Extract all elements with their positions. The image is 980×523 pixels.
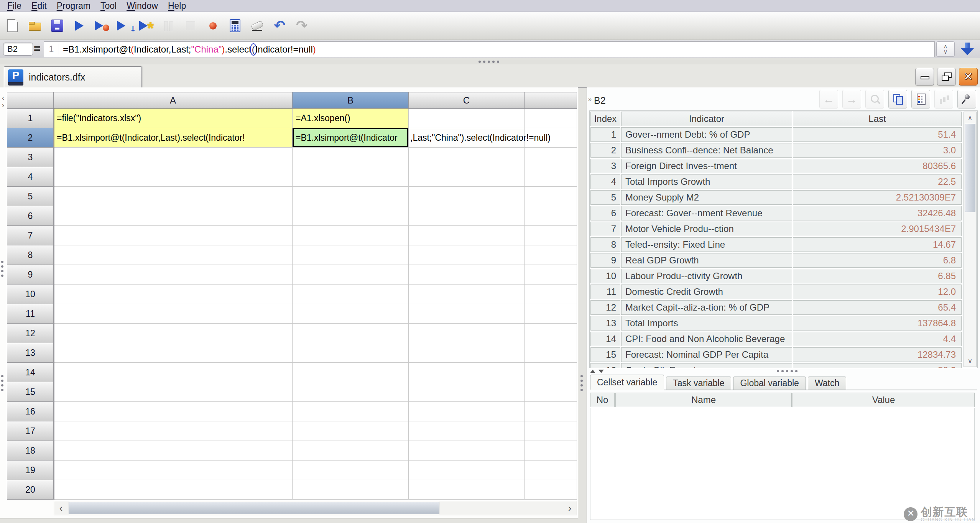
panel-splitter-grip-icon[interactable] (580, 375, 583, 377)
result-row-5[interactable]: 5Money Supply M22.52130309E7 (590, 190, 977, 205)
row-header-8[interactable]: 8 (7, 245, 54, 265)
collapse-up-icon[interactable] (590, 370, 595, 373)
cell-C14[interactable] (409, 363, 525, 382)
cell-B8[interactable] (293, 245, 409, 265)
cell-C3[interactable] (409, 148, 525, 167)
result-row-8[interactable]: 8Teled--ensity: Fixed Line14.67 (590, 237, 977, 252)
cell-D6[interactable] (525, 206, 577, 226)
formula-spinner[interactable] (936, 41, 955, 57)
cell-D10[interactable] (525, 285, 577, 304)
cell-D3[interactable] (525, 148, 577, 167)
cell-D12[interactable] (525, 324, 577, 343)
cell-C2[interactable]: ,Last;"China").select(Indicator!=null) (409, 128, 525, 148)
cell-A11[interactable] (54, 304, 293, 324)
tab-indicators-dfx[interactable]: P indicators.dfx (4, 66, 142, 88)
cell-B3[interactable] (293, 148, 409, 167)
cell-A1[interactable]: =file("Indicators.xlsx") (54, 109, 293, 128)
result-row-1[interactable]: 1Gover--nment Debt: % of GDP51.4 (590, 127, 977, 142)
cell-D20[interactable] (525, 480, 577, 500)
cell-A17[interactable] (54, 421, 293, 441)
cell-D8[interactable] (525, 245, 577, 265)
collapse-down-icon[interactable] (599, 370, 604, 373)
tab-cellset-variable[interactable]: Cellset variable (590, 375, 664, 390)
cell-D9[interactable] (525, 265, 577, 285)
cell-B13[interactable] (293, 343, 409, 363)
cell-B5[interactable] (293, 187, 409, 206)
vertical-scrollbar[interactable] (964, 112, 977, 367)
result-row-15[interactable]: 15Forecast: Nominal GDP Per Capita12834.… (590, 347, 977, 362)
minimize-button[interactable] (915, 68, 934, 86)
cell-A16[interactable] (54, 402, 293, 421)
menu-item-help[interactable]: Help (163, 0, 191, 12)
cell-D18[interactable] (525, 441, 577, 461)
cell-C16[interactable] (409, 402, 525, 421)
cell-B11[interactable] (293, 304, 409, 324)
cell-A10[interactable] (54, 285, 293, 304)
row-header-2[interactable]: 2 (7, 128, 54, 148)
cell-A2[interactable]: =B1.xlsimport@t(Indicator,Last).select(I… (54, 128, 293, 148)
scroll-up-icon[interactable] (964, 112, 976, 123)
menu-item-window[interactable]: Window (122, 0, 163, 12)
cell-C18[interactable] (409, 441, 525, 461)
result-vars-splitter[interactable] (587, 368, 980, 374)
menu-item-file[interactable]: File (2, 0, 26, 12)
save-button[interactable] (48, 15, 66, 36)
cell-A13[interactable] (54, 343, 293, 363)
cell-A19[interactable] (54, 461, 293, 480)
restore-button[interactable] (937, 68, 956, 86)
detail-list-button[interactable] (911, 90, 930, 109)
cell-A4[interactable] (54, 167, 293, 187)
cell-A15[interactable] (54, 382, 293, 402)
cell-D1[interactable] (525, 109, 577, 128)
column-header-c[interactable]: C (409, 92, 525, 109)
cell-B20[interactable] (293, 480, 409, 500)
debug-run-button[interactable] (93, 15, 110, 36)
cell-B9[interactable] (293, 265, 409, 285)
cell-C6[interactable] (409, 206, 525, 226)
cell-B18[interactable] (293, 441, 409, 461)
variables-col-value[interactable]: Value (793, 393, 975, 407)
cell-D5[interactable] (525, 187, 577, 206)
row-header-14[interactable]: 14 (7, 363, 54, 382)
formula-text[interactable]: =B1.xlsimport@t(Indicator,Last;"China").… (59, 43, 316, 56)
cell-A6[interactable] (54, 206, 293, 226)
row-header-5[interactable]: 5 (7, 187, 54, 206)
result-row-4[interactable]: 4Total Imports Growth22.5 (590, 174, 977, 189)
hscroll-track[interactable] (68, 501, 563, 515)
cell-ref-box[interactable]: B2 (3, 43, 33, 56)
cell-D16[interactable] (525, 402, 577, 421)
cell-A5[interactable] (54, 187, 293, 206)
result-row-2[interactable]: 2Business Confi--dence: Net Balance3.0 (590, 143, 977, 158)
cell-A3[interactable] (54, 148, 293, 167)
cell-D17[interactable] (525, 421, 577, 441)
cell-A14[interactable] (54, 363, 293, 382)
cell-A12[interactable] (54, 324, 293, 343)
horizontal-scrollbar[interactable] (54, 501, 577, 515)
cell-C4[interactable] (409, 167, 525, 187)
scroll-down-icon[interactable] (964, 355, 976, 367)
undo-button[interactable] (271, 15, 288, 36)
result-row-10[interactable]: 10Labour Produ--ctivity Growth6.85 (590, 269, 977, 283)
expand-formula-button[interactable] (960, 42, 975, 56)
cell-C1[interactable] (409, 109, 525, 128)
tab-watch[interactable]: Watch (808, 377, 846, 390)
cell-A8[interactable] (54, 245, 293, 265)
cell-B14[interactable] (293, 363, 409, 382)
run-button[interactable] (71, 15, 88, 36)
formula-splitter[interactable] (0, 59, 980, 65)
column-header-blank-4[interactable] (525, 92, 577, 109)
cell-A20[interactable] (54, 480, 293, 500)
new-file-button[interactable] (4, 15, 21, 36)
result-row-12[interactable]: 12Market Capit--aliz-a-tion: % of GDP65.… (590, 300, 977, 315)
hscroll-thumb[interactable] (69, 502, 439, 514)
row-header-18[interactable]: 18 (7, 441, 54, 461)
cell-B19[interactable] (293, 461, 409, 480)
result-row-3[interactable]: 3Foreign Direct Inves--tment80365.6 (590, 159, 977, 173)
cell-C8[interactable] (409, 245, 525, 265)
cell-B12[interactable] (293, 324, 409, 343)
row-header-16[interactable]: 16 (7, 402, 54, 421)
result-row-13[interactable]: 13Total Imports137864.8 (590, 316, 977, 331)
row-header-19[interactable]: 19 (7, 461, 54, 480)
copy-button[interactable] (888, 90, 907, 109)
menu-item-edit[interactable]: Edit (26, 0, 52, 12)
